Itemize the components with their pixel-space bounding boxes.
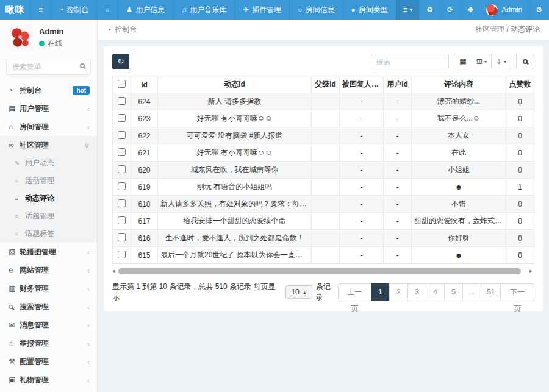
page-button-2[interactable]: 2 <box>389 283 408 301</box>
page-size-select[interactable]: 10 ▲ <box>285 285 312 299</box>
online-status-icon <box>39 41 45 46</box>
table-row[interactable]: 621好无聊 有小哥哥嘛☺☺--在此0 <box>113 144 534 162</box>
user-menu[interactable]: Admin <box>480 0 528 20</box>
row-checkbox[interactable] <box>118 182 126 190</box>
page-button-3[interactable]: 3 <box>407 283 426 301</box>
nav-tab-circle[interactable]: ○ <box>96 0 117 20</box>
page-button-5[interactable]: 5 <box>444 283 463 301</box>
sidebar-item-finance-mgmt[interactable]: ▥ 财务管理 ‹ <box>0 279 97 298</box>
advanced-search-button[interactable] <box>516 54 534 69</box>
sidebar-item-dashboard[interactable]: ◔ 控制台 hot <box>0 81 97 99</box>
table-row[interactable]: 619刚玩 有语音的小姐姐吗--☻1 <box>113 179 534 196</box>
sidebar-toggle-button[interactable]: ≡ <box>30 0 51 20</box>
col-header-id[interactable]: Id <box>131 76 158 93</box>
table-row[interactable]: 616生不逢时，爱不逢人，所到之处都是命数！--你好呀0 <box>113 230 534 247</box>
sidebar-item-site-mgmt[interactable]: ℮ 网站管理 ‹ <box>0 261 97 279</box>
row-checkbox[interactable] <box>118 199 126 207</box>
sidebar-item-room-mgmt[interactable]: ⌂ 房间管理 ‹ <box>0 118 97 136</box>
sidebar-item-carousel-mgmt[interactable]: ▧ 轮播图管理 ‹ <box>0 243 97 261</box>
sidebar-item-topic-mgmt[interactable]: ○ 话题管理 <box>0 207 97 225</box>
select-all-checkbox[interactable] <box>118 80 126 88</box>
chevron-left-icon: ‹ <box>87 303 90 311</box>
table-row[interactable]: 624新人 请多多指教--漂亮的婚纱...0 <box>113 93 534 110</box>
table-row[interactable]: 617给我安排一个甜甜的恋爱续个命--甜甜的恋爱没有，轰炸式的恋爱，你要吗？0 <box>113 213 534 230</box>
settings-button[interactable]: ⚙ <box>528 0 549 20</box>
horizontal-scrollbar: ◂ ▸ <box>112 268 534 274</box>
sidebar-item-gift-mgmt[interactable]: ▣ 礼物管理 ‹ <box>0 371 97 389</box>
pagination-row: 显示第 1 到第 10 条记录，总共 510 条记录 每页显示 10 ▲ 条记录… <box>112 282 534 302</box>
fullscreen-button[interactable]: ✥ <box>460 0 480 20</box>
community-submenu: ✎ 用户动态 ○ 活动管理 ○ 动态评论 ○ 话题管理 <box>0 154 97 243</box>
nav-tab-dashboard[interactable]: ◔控制台 <box>51 0 96 20</box>
nav-tab-room-type[interactable]: ●房间类型 <box>343 0 396 20</box>
chevron-left-icon: ‹ <box>87 285 90 293</box>
col-header-reply-uid[interactable]: 被回复人uid <box>340 76 384 93</box>
page-button-1[interactable]: 1 <box>371 283 390 301</box>
sidebar-item-topic-tags[interactable]: ○ 话题标签 <box>0 225 97 243</box>
sidebar-item-activity-mgmt[interactable]: ○ 活动管理 <box>0 172 97 190</box>
columns-button[interactable]: ⊞▾ <box>472 54 492 69</box>
row-checkbox[interactable] <box>118 233 126 241</box>
table-row[interactable]: 623好无聊 有小哥哥嘛☺☺--我不是么...☺0 <box>113 110 534 127</box>
refresh-button[interactable]: ↻ <box>112 54 129 69</box>
table-row[interactable]: 615最后一个月就20世纪了 原本以为你会一直在 结果你不在了💔--☻0 <box>113 247 534 264</box>
col-header-parent-id[interactable]: 父级id <box>312 76 340 93</box>
caret-down-icon: ▾ <box>504 59 506 65</box>
clear-trash-button[interactable]: ♻ <box>419 0 440 20</box>
search-icon <box>523 59 528 64</box>
page-button-51[interactable]: 51 <box>481 283 501 301</box>
chevron-left-icon: ‹ <box>87 376 90 384</box>
export-button[interactable]: ⇩▾ <box>491 54 511 69</box>
next-page-button[interactable]: 下一页 <box>500 283 534 301</box>
table-search-input[interactable] <box>371 54 449 69</box>
table-row[interactable]: 622可可爱爱 没有脑袋 #新人报道--本人女0 <box>113 127 534 144</box>
chevron-left-icon: ‹ <box>87 123 90 131</box>
sidebar-item-post-comments[interactable]: ○ 动态评论 <box>0 190 97 207</box>
gears-icon: ⚙ <box>536 5 542 14</box>
pen-icon: ✎ <box>15 160 25 166</box>
breadcrumb-dashboard[interactable]: 控制台 <box>115 24 137 35</box>
scrollbar-track[interactable] <box>117 268 529 274</box>
sidebar-item-community-mgmt[interactable]: ∞ 社区管理 ∨ <box>0 136 97 154</box>
table-row[interactable]: 620城东风在吹，我在城南等你--小姐姐0 <box>113 162 534 179</box>
sidebar-item-goods-mgmt[interactable]: ○ 物品管理 <box>0 389 97 392</box>
tab-list-dropdown[interactable]: ≡▾ <box>396 0 420 20</box>
sidebar-item-user-posts[interactable]: ✎ 用户动态 <box>0 154 97 172</box>
wipe-cache-button[interactable]: ⟳ <box>440 0 460 20</box>
menu-search-input[interactable] <box>6 59 91 75</box>
table-row[interactable]: 618新人请多多关照，有处对象的吗？要求：每个月都要给我买礼物🎁--不错0 <box>113 196 534 213</box>
nav-tab-room-info[interactable]: ○房间信息 <box>289 0 342 20</box>
sidebar-item-message-mgmt[interactable]: ✉ 消息管理 ‹ <box>0 316 97 334</box>
scroll-left-icon[interactable]: ◂ <box>112 268 117 274</box>
col-header-user-id[interactable]: 用户id <box>384 76 412 93</box>
nav-tab-plugins[interactable]: ✈插件管理 <box>234 0 289 20</box>
sidebar-item-report-mgmt[interactable]: ☝ 举报管理 ‹ <box>0 334 97 352</box>
sidebar-item-user-mgmt[interactable]: ▤ 用户管理 ‹ <box>0 99 97 118</box>
row-checkbox[interactable] <box>118 165 126 173</box>
scroll-right-icon[interactable]: ▸ <box>529 268 534 274</box>
sidebar-item-config-mgmt[interactable]: ⚒ 配置管理 ‹ <box>0 352 97 371</box>
row-checkbox[interactable] <box>118 114 126 122</box>
nav-tab-user-info[interactable]: ♟用户信息 <box>117 0 173 20</box>
table-card: ↻ ▦ ⊞▾ ⇩▾ <box>104 46 543 311</box>
row-checkbox[interactable] <box>118 148 126 156</box>
brand-logo[interactable]: 啾咪 <box>0 0 30 20</box>
chevron-left-icon: ‹ <box>87 340 90 347</box>
row-checkbox[interactable] <box>118 97 126 105</box>
username-label: Admin <box>501 5 522 14</box>
col-header-post-id[interactable]: 动态id <box>158 76 312 93</box>
prev-page-button[interactable]: 上一页 <box>338 283 372 301</box>
fixed-columns-button[interactable]: ▦ <box>454 54 472 69</box>
row-checkbox[interactable] <box>118 131 126 139</box>
breadcrumb-parent[interactable]: 社区管理 <box>475 25 504 34</box>
row-checkbox[interactable] <box>118 216 126 224</box>
music-icon: ♫ <box>181 0 187 20</box>
col-header-likes[interactable]: 点赞数 <box>506 76 534 93</box>
col-header-content[interactable]: 评论内容 <box>412 76 506 93</box>
page-button-4[interactable]: 4 <box>426 283 445 301</box>
scrollbar-thumb[interactable] <box>118 268 521 274</box>
row-checkbox[interactable] <box>118 251 126 258</box>
sidebar-username: Admin <box>39 27 63 36</box>
sidebar-item-search-mgmt[interactable]: 搜索管理 ‹ <box>0 298 97 316</box>
nav-tab-user-music[interactable]: ♫用户音乐库 <box>173 0 234 20</box>
